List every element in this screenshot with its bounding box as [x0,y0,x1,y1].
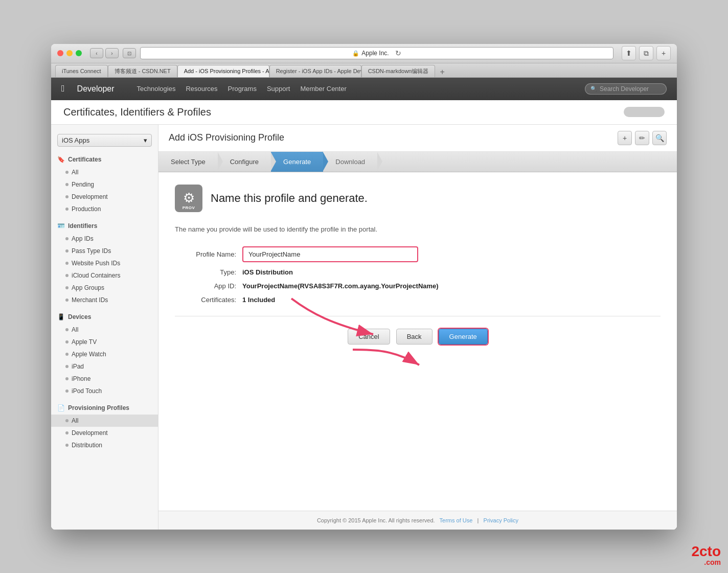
sidebar-item-ipad[interactable]: iPad [51,360,158,373]
profile-icon: 📄 [57,404,65,411]
address-bar[interactable]: 🔒 Apple Inc. ↻ [140,47,613,59]
sidebar-item-certs-all[interactable]: All [51,166,158,178]
sidebar-item-app-groups[interactable]: App Groups [51,282,158,294]
forward-button[interactable]: › [105,48,119,58]
step-bar: Select Type Configure Generate Download [158,152,677,172]
sidebar-item-iphone[interactable]: iPhone [51,373,158,385]
privacy-link[interactable]: Privacy Policy [484,517,518,523]
certificates-header: 🔖 Certificates [51,153,158,166]
sidebar: iOS Apps ▾ 🔖 Certificates All Pending [51,125,158,530]
apple-logo-icon:  [61,83,65,94]
type-label: Type: [175,268,236,276]
sidebar-section-identifiers: 🪪 Identifiers App IDs Pass Type IDs Webs… [51,219,158,306]
tab-itunes[interactable]: iTunes Connect [55,65,108,77]
apple-navbar:  Developer Technologies Resources Progr… [51,78,677,100]
watermark: 2cto .com [691,544,721,566]
app-id-value: YourProjectName(RVSA8S3F7R.com.ayang.You… [242,282,439,290]
certs-value: 1 Included [242,296,275,304]
device-icon: 📱 [57,313,65,320]
step-select-type[interactable]: Select Type [158,152,218,172]
step2-label: Configure [230,158,259,166]
sidebar-item-apple-tv[interactable]: Apple TV [51,336,158,348]
profile-name-label: Profile Name: [175,250,236,258]
close-button[interactable] [57,50,63,56]
content-wrapper: Add iOS Provisioning Profile + ✏ 🔍 Selec… [158,125,677,530]
title-bar: ‹ › ⊡ 🔒 Apple Inc. ↻ ⬆ ⧉ + [51,44,677,63]
step4-label: Download [335,158,365,166]
nav-member-center[interactable]: Member Center [300,85,346,93]
sidebar-section-devices: 📱 Devices All Apple TV Apple Watch [51,310,158,397]
sidebar-item-profiles-development[interactable]: Development [51,427,158,439]
sidebar-item-ipod-touch[interactable]: iPod Touch [51,385,158,397]
profile-name-input[interactable] [243,247,417,261]
tab-csdn-blog[interactable]: 博客频道 - CSDN.NET [108,65,177,77]
form-row-type: Type: iOS Distribution [175,268,661,276]
sidebar-item-website-push-ids[interactable]: Website Push IDs [51,257,158,269]
step-download[interactable]: Download [323,152,377,172]
provisioning-header: 📄 Provisioning Profiles [51,401,158,415]
ios-apps-dropdown[interactable]: iOS Apps ▾ [57,134,152,147]
sidebar-section-provisioning: 📄 Provisioning Profiles All Development … [51,401,158,451]
content-title: Add iOS Provisioning Profile [169,132,284,143]
form-row-certificates: Certificates: 1 Included [175,296,661,304]
sidebar-item-pass-type-ids[interactable]: Pass Type IDs [51,245,158,257]
traffic-lights [57,50,82,56]
sidebar-item-devices-all[interactable]: All [51,324,158,336]
main-content: iOS Apps ▾ 🔖 Certificates All Pending [51,125,677,530]
sidebar-item-app-ids[interactable]: App IDs [51,233,158,245]
profile-description: The name you provide will be used to ide… [175,224,661,235]
identifiers-header: 🪪 Identifiers [51,219,158,233]
dropdown-arrow-icon: ▾ [144,136,147,144]
devices-header: 📱 Devices [51,310,158,324]
generate-button[interactable]: Generate [439,329,488,345]
tab-register-appid[interactable]: Register - iOS App IDs - Apple Developer [269,65,361,77]
page-title: Certificates, Identifiers & Profiles [63,106,211,118]
app-id-label: App ID: [175,282,236,290]
sidebar-item-merchant-ids[interactable]: Merchant IDs [51,294,158,306]
page-header: Certificates, Identifiers & Profiles [51,100,677,125]
terms-link[interactable]: Terms of Use [440,517,473,523]
edit-button[interactable]: ✏ [635,131,649,145]
form-row-profile-name: Profile Name: [175,246,661,262]
minimize-button[interactable] [66,50,73,56]
sidebar-item-icloud-containers[interactable]: iCloud Containers [51,269,158,282]
nav-technologies[interactable]: Technologies [137,85,176,93]
tab-csdn-markdown[interactable]: CSDN-markdown编辑器 [361,65,436,77]
url-text: Apple Inc. [361,50,389,57]
sidebar-item-certs-pending[interactable]: Pending [51,178,158,191]
nav-programs[interactable]: Programs [228,85,257,93]
profile-header-row: ⚙ PROV Name this profile and generate. [175,185,661,212]
step-configure[interactable]: Configure [218,152,271,172]
watermark-sub: .com [691,559,721,566]
sidebar-item-certs-production[interactable]: Production [51,203,158,215]
cancel-button[interactable]: Cancel [348,329,390,345]
cert-icon: 🔖 [57,156,65,163]
content-actions: + ✏ 🔍 [618,131,667,145]
add-tab-button[interactable]: + [437,67,447,77]
new-tab-button[interactable]: + [656,46,671,60]
content-header: Add iOS Provisioning Profile + ✏ 🔍 [158,125,677,152]
back-button[interactable]: ‹ [90,48,103,58]
sidebar-item-profiles-all[interactable]: All [51,415,158,427]
reload-button[interactable]: ↻ [395,49,401,57]
tab-view-button[interactable]: ⧉ [639,46,653,60]
page-footer: Copyright © 2015 Apple Inc. All rights r… [158,511,677,530]
maximize-button[interactable] [76,50,82,56]
sidebar-section-certificates: 🔖 Certificates All Pending Development [51,153,158,215]
profile-content: ⚙ PROV Name this profile and generate. T… [158,172,677,511]
share-button[interactable]: ⬆ [622,46,636,60]
reader-button[interactable]: ⊡ [123,48,136,58]
step1-label: Select Type [171,158,206,166]
back-button[interactable]: Back [396,329,433,345]
content-panel: Add iOS Provisioning Profile + ✏ 🔍 Selec… [158,125,677,530]
nav-resources[interactable]: Resources [186,85,217,93]
sidebar-item-profiles-distribution[interactable]: Distribution [51,439,158,451]
nav-support[interactable]: Support [267,85,290,93]
add-button[interactable]: + [618,131,632,145]
nav-search[interactable]: 🔍 Search Developer [585,83,667,95]
step-generate[interactable]: Generate [271,152,323,172]
search-button[interactable]: 🔍 [652,131,667,145]
sidebar-item-certs-development[interactable]: Development [51,191,158,203]
sidebar-item-apple-watch[interactable]: Apple Watch [51,348,158,360]
tab-add-provisioning[interactable]: Add - iOS Provisioning Profiles - Appl..… [177,65,269,77]
